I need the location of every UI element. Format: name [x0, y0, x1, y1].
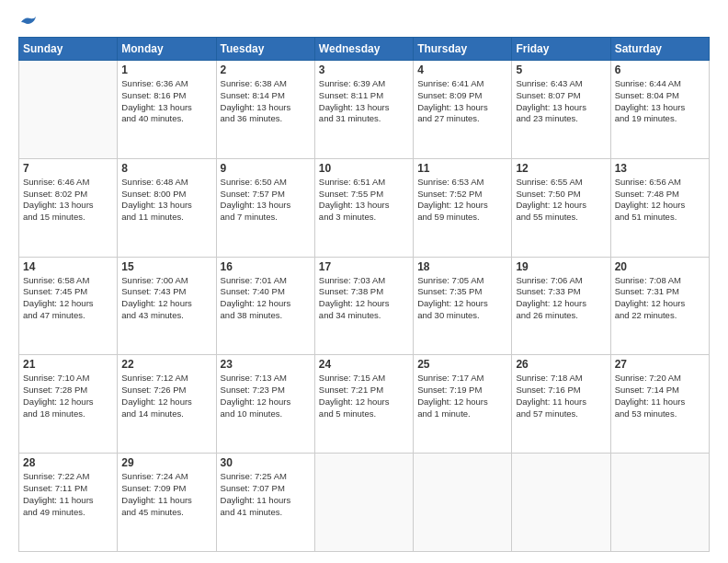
calendar-cell: 13Sunrise: 6:56 AMSunset: 7:48 PMDayligh… — [610, 158, 709, 257]
day-number: 5 — [516, 63, 606, 76]
calendar-cell: 3Sunrise: 6:39 AMSunset: 8:11 PMDaylight… — [314, 61, 413, 159]
day-number: 16 — [221, 260, 311, 273]
calendar-cell: 11Sunrise: 6:53 AMSunset: 7:52 PMDayligh… — [414, 158, 512, 257]
calendar-cell — [19, 61, 118, 159]
cell-info: Sunrise: 7:22 AMSunset: 7:11 PMDaylight:… — [23, 471, 113, 518]
day-number: 23 — [221, 358, 311, 371]
day-number: 24 — [319, 358, 409, 371]
cell-info: Sunrise: 7:24 AMSunset: 7:09 PMDaylight:… — [121, 471, 211, 518]
day-number: 8 — [121, 162, 211, 175]
calendar-cell: 19Sunrise: 7:06 AMSunset: 7:33 PMDayligh… — [512, 257, 610, 355]
cell-info: Sunrise: 6:43 AMSunset: 8:07 PMDaylight:… — [516, 78, 606, 125]
day-number: 12 — [516, 162, 606, 175]
weekday-header-wednesday: Wednesday — [314, 38, 413, 61]
calendar-cell: 9Sunrise: 6:50 AMSunset: 7:57 PMDaylight… — [216, 158, 314, 257]
calendar-cell: 17Sunrise: 7:03 AMSunset: 7:38 PMDayligh… — [314, 257, 413, 355]
day-number: 30 — [221, 456, 311, 469]
calendar-cell: 23Sunrise: 7:13 AMSunset: 7:23 PMDayligh… — [216, 355, 314, 454]
cell-info: Sunrise: 6:56 AMSunset: 7:48 PMDaylight:… — [615, 177, 705, 224]
cell-info: Sunrise: 7:18 AMSunset: 7:16 PMDaylight:… — [516, 373, 606, 419]
calendar-cell: 28Sunrise: 7:22 AMSunset: 7:11 PMDayligh… — [19, 454, 118, 552]
cell-info: Sunrise: 7:05 AMSunset: 7:35 PMDaylight:… — [417, 275, 507, 322]
week-row-3: 14Sunrise: 6:58 AMSunset: 7:45 PMDayligh… — [19, 257, 710, 355]
week-row-1: 1Sunrise: 6:36 AMSunset: 8:16 PMDaylight… — [19, 61, 710, 159]
calendar-cell: 12Sunrise: 6:55 AMSunset: 7:50 PMDayligh… — [512, 158, 610, 257]
calendar-cell: 30Sunrise: 7:25 AMSunset: 7:07 PMDayligh… — [216, 454, 314, 552]
calendar-cell: 10Sunrise: 6:51 AMSunset: 7:55 PMDayligh… — [314, 158, 413, 257]
calendar-cell: 21Sunrise: 7:10 AMSunset: 7:28 PMDayligh… — [19, 355, 118, 454]
weekday-header-thursday: Thursday — [414, 38, 512, 61]
cell-info: Sunrise: 6:48 AMSunset: 8:00 PMDaylight:… — [121, 177, 211, 224]
cell-info: Sunrise: 7:25 AMSunset: 7:07 PMDaylight:… — [221, 471, 311, 518]
calendar-cell: 22Sunrise: 7:12 AMSunset: 7:26 PMDayligh… — [118, 355, 216, 454]
cell-info: Sunrise: 7:00 AMSunset: 7:43 PMDaylight:… — [121, 275, 211, 322]
day-number: 6 — [615, 63, 705, 76]
cell-info: Sunrise: 6:53 AMSunset: 7:52 PMDaylight:… — [417, 177, 507, 224]
weekday-header-row: SundayMondayTuesdayWednesdayThursdayFrid… — [19, 38, 710, 61]
day-number: 14 — [23, 260, 113, 273]
logo-bird-icon — [19, 15, 38, 29]
calendar-cell: 4Sunrise: 6:41 AMSunset: 8:09 PMDaylight… — [414, 61, 512, 159]
cell-info: Sunrise: 7:13 AMSunset: 7:23 PMDaylight:… — [221, 373, 311, 419]
calendar-cell — [314, 454, 413, 552]
day-number: 28 — [23, 456, 113, 469]
calendar-cell — [512, 454, 610, 552]
cell-info: Sunrise: 7:20 AMSunset: 7:14 PMDaylight:… — [615, 373, 705, 419]
day-number: 4 — [417, 63, 507, 76]
cell-info: Sunrise: 6:55 AMSunset: 7:50 PMDaylight:… — [516, 177, 606, 224]
day-number: 7 — [23, 162, 113, 175]
logo — [18, 17, 38, 28]
cell-info: Sunrise: 6:41 AMSunset: 8:09 PMDaylight:… — [417, 78, 507, 125]
weekday-header-friday: Friday — [512, 38, 610, 61]
week-row-2: 7Sunrise: 6:46 AMSunset: 8:02 PMDaylight… — [19, 158, 710, 257]
cell-info: Sunrise: 6:36 AMSunset: 8:16 PMDaylight:… — [121, 78, 211, 125]
cell-info: Sunrise: 7:15 AMSunset: 7:21 PMDaylight:… — [319, 373, 409, 419]
day-number: 9 — [221, 162, 311, 175]
week-row-5: 28Sunrise: 7:22 AMSunset: 7:11 PMDayligh… — [19, 454, 710, 552]
calendar-cell: 25Sunrise: 7:17 AMSunset: 7:19 PMDayligh… — [414, 355, 512, 454]
calendar-cell: 14Sunrise: 6:58 AMSunset: 7:45 PMDayligh… — [19, 257, 118, 355]
weekday-header-tuesday: Tuesday — [216, 38, 314, 61]
day-number: 25 — [417, 358, 507, 371]
cell-info: Sunrise: 6:46 AMSunset: 8:02 PMDaylight:… — [23, 177, 113, 224]
day-number: 18 — [417, 260, 507, 273]
cell-info: Sunrise: 6:51 AMSunset: 7:55 PMDaylight:… — [319, 177, 409, 224]
calendar-cell: 16Sunrise: 7:01 AMSunset: 7:40 PMDayligh… — [216, 257, 314, 355]
cell-info: Sunrise: 7:17 AMSunset: 7:19 PMDaylight:… — [417, 373, 507, 419]
cell-info: Sunrise: 6:44 AMSunset: 8:04 PMDaylight:… — [615, 78, 705, 125]
calendar-cell: 20Sunrise: 7:08 AMSunset: 7:31 PMDayligh… — [610, 257, 709, 355]
calendar-cell: 18Sunrise: 7:05 AMSunset: 7:35 PMDayligh… — [414, 257, 512, 355]
cell-info: Sunrise: 6:58 AMSunset: 7:45 PMDaylight:… — [23, 275, 113, 322]
day-number: 27 — [615, 358, 705, 371]
page: SundayMondayTuesdayWednesdayThursdayFrid… — [0, 0, 728, 563]
calendar-cell: 6Sunrise: 6:44 AMSunset: 8:04 PMDaylight… — [610, 61, 709, 159]
calendar-cell: 15Sunrise: 7:00 AMSunset: 7:43 PMDayligh… — [118, 257, 216, 355]
day-number: 13 — [615, 162, 705, 175]
day-number: 21 — [23, 358, 113, 371]
cell-info: Sunrise: 6:38 AMSunset: 8:14 PMDaylight:… — [221, 78, 311, 125]
day-number: 2 — [221, 63, 311, 76]
calendar-cell — [610, 454, 709, 552]
header — [18, 17, 710, 28]
cell-info: Sunrise: 7:10 AMSunset: 7:28 PMDaylight:… — [23, 373, 113, 419]
calendar-cell: 24Sunrise: 7:15 AMSunset: 7:21 PMDayligh… — [314, 355, 413, 454]
week-row-4: 21Sunrise: 7:10 AMSunset: 7:28 PMDayligh… — [19, 355, 710, 454]
day-number: 19 — [516, 260, 606, 273]
calendar-cell — [414, 454, 512, 552]
calendar-cell: 7Sunrise: 6:46 AMSunset: 8:02 PMDaylight… — [19, 158, 118, 257]
day-number: 20 — [615, 260, 705, 273]
cell-info: Sunrise: 7:01 AMSunset: 7:40 PMDaylight:… — [221, 275, 311, 322]
calendar-cell: 27Sunrise: 7:20 AMSunset: 7:14 PMDayligh… — [610, 355, 709, 454]
day-number: 1 — [121, 63, 211, 76]
calendar-cell: 5Sunrise: 6:43 AMSunset: 8:07 PMDaylight… — [512, 61, 610, 159]
calendar-table: SundayMondayTuesdayWednesdayThursdayFrid… — [18, 37, 710, 552]
calendar-cell: 29Sunrise: 7:24 AMSunset: 7:09 PMDayligh… — [118, 454, 216, 552]
day-number: 11 — [417, 162, 507, 175]
cell-info: Sunrise: 7:12 AMSunset: 7:26 PMDaylight:… — [121, 373, 211, 419]
weekday-header-saturday: Saturday — [610, 38, 709, 61]
calendar-cell: 8Sunrise: 6:48 AMSunset: 8:00 PMDaylight… — [118, 158, 216, 257]
day-number: 29 — [121, 456, 211, 469]
cell-info: Sunrise: 6:50 AMSunset: 7:57 PMDaylight:… — [221, 177, 311, 224]
day-number: 22 — [121, 358, 211, 371]
day-number: 15 — [121, 260, 211, 273]
